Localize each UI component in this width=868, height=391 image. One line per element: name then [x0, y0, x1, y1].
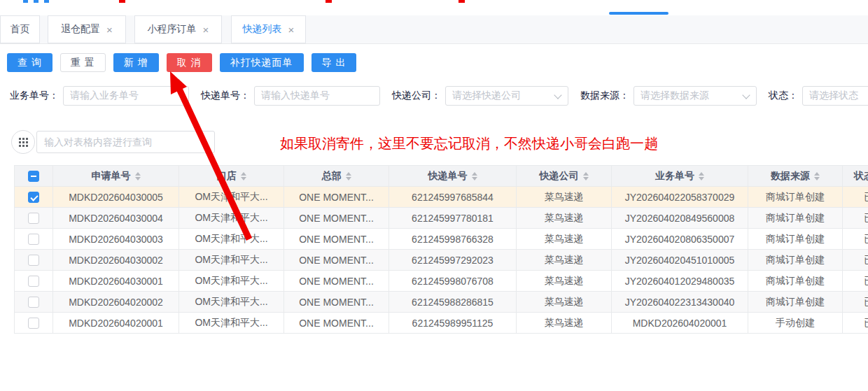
sort-caret-icon[interactable] [699, 172, 704, 180]
status-select[interactable]: 请选择状态 [802, 86, 868, 106]
tab-warehouse-return-config[interactable]: 退仓配置× [48, 15, 126, 43]
sort-caret-icon[interactable] [472, 172, 477, 180]
data-source-select[interactable]: 请选择数据来源 [634, 86, 757, 106]
nav-badge-icon [119, 0, 125, 3]
column-header-2[interactable]: 门店 [179, 166, 284, 186]
export-button[interactable]: 导 出 [312, 53, 357, 72]
sort-desc-icon [472, 177, 477, 180]
sort-caret-icon[interactable] [583, 172, 589, 180]
sort-caret-icon[interactable] [346, 172, 351, 180]
placeholder-text: 请输入业务单号 [70, 90, 139, 102]
row-checkbox[interactable] [28, 276, 39, 287]
column-header-3[interactable]: 总部 [284, 166, 389, 186]
table-row[interactable]: MDKD202604030001OM天津和平大...ONE MOMENT...6… [15, 271, 868, 292]
column-header-7[interactable]: 数据来源 [748, 166, 843, 186]
tab-home[interactable]: 首页 [0, 15, 40, 43]
table-settings-button[interactable] [11, 130, 35, 154]
placeholder-text: 请选择数据来源 [640, 90, 709, 102]
chevron-down-icon [554, 91, 561, 99]
add-button[interactable]: 新 增 [113, 53, 159, 72]
cell: MDKD202604020001 [612, 313, 748, 333]
top-nav-strip [0, 0, 868, 15]
table-row[interactable]: MDKD202604030004OM天津和平大...ONE MOMENT...6… [15, 208, 868, 229]
table-row[interactable]: MDKD202604020001OM天津和平大...ONE MOMENT...6… [15, 313, 868, 334]
cell: MDKD202604030001 [53, 271, 179, 291]
cell: 菜鸟速递 [517, 271, 612, 291]
nav-fragment-icon [44, 0, 49, 3]
cell: 商城订单创建 [748, 229, 843, 249]
tab-close-icon[interactable]: × [106, 24, 113, 35]
nav-fragment-icon [23, 0, 28, 3]
column-header-8[interactable]: 状态 [843, 166, 868, 186]
column-label: 快递单号 [428, 170, 468, 183]
sort-asc-icon [699, 172, 704, 176]
business-order-no-input[interactable]: 请输入业务单号 [63, 86, 189, 106]
row-checkbox[interactable] [28, 192, 39, 203]
toolbar: 查 询重 置新 增取 消补打快递面单导 出 [7, 53, 356, 72]
express-company-label: 快递公司： [392, 90, 441, 102]
cell: 621245989951125 [389, 313, 517, 333]
cell: OM天津和平大... [179, 271, 284, 291]
cell: 621245998766328 [389, 229, 517, 249]
cancel-button[interactable]: 取 消 [167, 53, 212, 72]
table-row[interactable]: MDKD202604030003OM天津和平大...ONE MOMENT...6… [15, 229, 868, 250]
cell: 已 [843, 187, 868, 207]
sort-desc-icon [814, 177, 820, 180]
sort-caret-icon[interactable] [241, 172, 246, 180]
tab-miniprogram-orders[interactable]: 小程序订单× [134, 15, 222, 43]
table-row[interactable]: MDKD202604030002OM天津和平大...ONE MOMENT...6… [15, 250, 868, 271]
column-header-6[interactable]: 业务单号 [612, 166, 748, 186]
reset-button[interactable]: 重 置 [60, 53, 106, 72]
placeholder-text: 请输入快递单号 [261, 90, 330, 102]
sort-desc-icon [699, 177, 704, 180]
tab-label: 退仓配置 [61, 23, 100, 36]
row-checkbox[interactable] [28, 213, 39, 224]
cell: 已 [843, 292, 868, 312]
express-tracking-no-label: 快递单号： [201, 90, 250, 102]
column-header-5[interactable]: 快递公司 [517, 166, 612, 186]
column-header-1[interactable]: 申请单号 [53, 166, 179, 186]
cell: ONE MOMENT... [284, 250, 389, 270]
query-button[interactable]: 查 询 [7, 53, 52, 72]
cell: 手动创建 [748, 313, 843, 333]
express-company-select[interactable]: 请选择快递公司 [445, 86, 568, 106]
select-all-checkbox[interactable] [28, 171, 39, 182]
row-checkbox[interactable] [28, 318, 39, 329]
sort-caret-icon[interactable] [814, 172, 820, 180]
cell: 商城订单创建 [748, 187, 843, 207]
column-label: 申请单号 [92, 170, 131, 183]
reprint-waybill-button[interactable]: 补打快递面单 [220, 53, 304, 72]
cell: JY202604012029480035 [612, 271, 748, 291]
column-label: 总部 [322, 170, 342, 183]
table-row[interactable]: MDKD202604020002OM天津和平大...ONE MOMENT...6… [15, 292, 868, 313]
express-tracking-no-input[interactable]: 请输入快递单号 [254, 86, 380, 106]
row-checkbox-cell [15, 187, 53, 207]
row-checkbox[interactable] [28, 297, 39, 308]
cell: 商城订单创建 [748, 271, 843, 291]
row-checkbox[interactable] [28, 255, 39, 266]
cell: 菜鸟速递 [517, 292, 612, 312]
row-checkbox[interactable] [28, 234, 39, 245]
sort-asc-icon [346, 172, 351, 176]
column-header-4[interactable]: 快递单号 [389, 166, 517, 186]
sort-caret-icon[interactable] [135, 172, 141, 180]
table-search-input[interactable] [36, 131, 215, 153]
cell: 商城订单创建 [748, 250, 843, 270]
cell: OM天津和平大... [179, 250, 284, 270]
column-label: 状态 [854, 170, 868, 183]
tab-close-icon[interactable]: × [288, 24, 295, 35]
tab-label: 小程序订单 [148, 23, 197, 36]
cell: ONE MOMENT... [284, 313, 389, 333]
cell: 已 [843, 229, 868, 249]
cell: OM天津和平大... [179, 292, 284, 312]
cell: 商城订单创建 [748, 292, 843, 312]
cell: 已 [843, 250, 868, 270]
active-nav-underline [609, 12, 668, 15]
nav-badge-icon [458, 0, 465, 3]
table-body: MDKD202604030005OM天津和平大...ONE MOMENT...6… [15, 187, 868, 334]
table-row[interactable]: MDKD202604030005OM天津和平大...ONE MOMENT...6… [15, 187, 868, 208]
tab-close-icon[interactable]: × [203, 24, 209, 35]
tab-express-list[interactable]: 快递列表× [231, 15, 306, 43]
sort-asc-icon [241, 172, 246, 176]
status-label: 状态： [769, 90, 798, 102]
